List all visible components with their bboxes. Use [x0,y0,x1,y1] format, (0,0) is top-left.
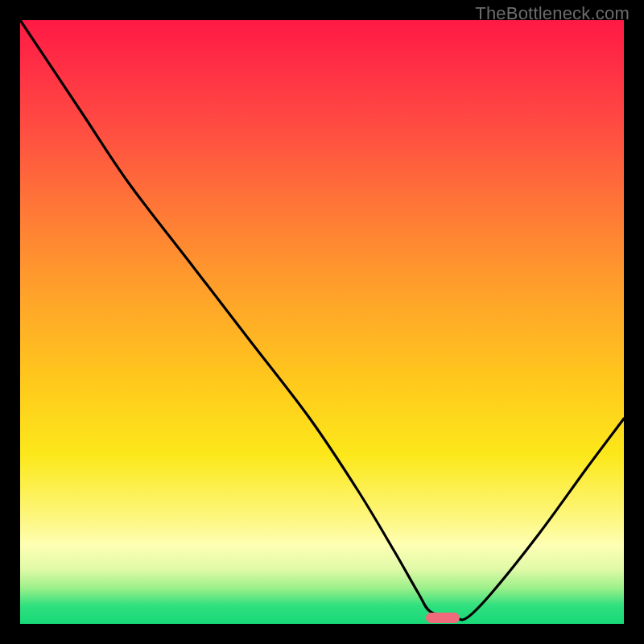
optimum-marker [426,613,459,624]
watermark-text: TheBottleneck.com [475,3,630,24]
bottleneck-curve [20,20,624,624]
plot-area [20,20,624,624]
curve-path [20,20,624,620]
chart-frame: TheBottleneck.com [0,0,644,644]
